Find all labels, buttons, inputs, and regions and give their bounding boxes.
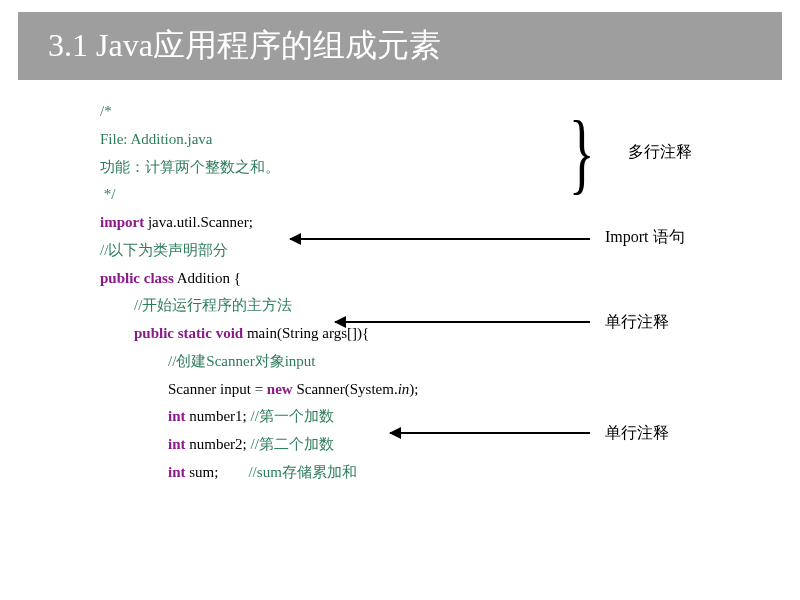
arrow-icon	[290, 238, 590, 240]
code-block: /* File: Addition.java 功能：计算两个整数之和。 */ i…	[0, 80, 800, 487]
slide-title: 3.1 Java应用程序的组成元素	[18, 12, 782, 80]
code-var-number1: int number1; //第一个加数	[100, 403, 800, 431]
annotation-multiline-comment: 多行注释	[628, 142, 692, 163]
code-main-comment: //开始运行程序的主方法	[100, 292, 800, 320]
code-scanner-comment: //创建Scanner对象input	[100, 348, 800, 376]
code-file-comment: File: Addition.java	[100, 126, 800, 154]
code-var-number2: int number2; //第二个加数	[100, 431, 800, 459]
arrow-icon	[335, 321, 590, 323]
brace-icon: }	[569, 108, 595, 198]
code-comment-close: */	[100, 181, 800, 209]
code-var-sum: int sum; //sum存储累加和	[100, 459, 800, 487]
code-function-comment: 功能：计算两个整数之和。	[100, 154, 800, 182]
code-scanner-new: Scanner input = new Scanner(System.in);	[100, 376, 800, 404]
annotation-single-comment-1: 单行注释	[605, 312, 669, 333]
code-class-decl: public class Addition {	[100, 265, 800, 293]
annotation-import: Import 语句	[605, 227, 685, 248]
code-class-decl-comment: //以下为类声明部分	[100, 237, 800, 265]
code-comment-open: /*	[100, 98, 800, 126]
annotation-single-comment-2: 单行注释	[605, 423, 669, 444]
code-import: import java.util.Scanner;	[100, 209, 800, 237]
arrow-icon	[390, 432, 590, 434]
code-main-decl: public static void main(String args[]){	[100, 320, 800, 348]
